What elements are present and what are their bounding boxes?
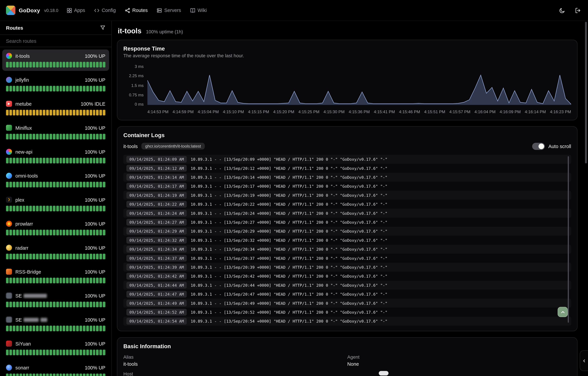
uptime-bar [79,62,82,67]
page-scrollbar[interactable] [585,22,587,163]
uptime-bar [73,350,75,355]
log-message: 10.89.3.1 - - [13/Sep/20:52 +0000] "HEAD… [191,310,387,314]
uptime-bar [49,158,52,163]
x-tick-label: 4:15:10 PM [223,109,244,115]
filter-icon[interactable] [100,25,105,30]
log-timestamp: 09/14/2025, 01:24:52 AM [127,309,187,315]
search-input[interactable] [6,38,105,44]
uptime-bar [53,326,55,331]
uptime-bar [66,206,69,211]
uptime-bar [76,302,79,307]
uptime-bar [103,86,105,91]
theme-toggle-button[interactable] [558,6,566,14]
route-item-se[interactable]: SE100% UP [2,289,109,311]
uptime-bar [76,278,79,283]
uptime-bar [86,302,89,307]
route-item-it-tools[interactable]: it-tools100% UP [2,50,109,71]
container-image-badge[interactable]: ghcr.io/corentinth/it-tools:latest [141,143,205,150]
route-item-siyuan[interactable]: SiYuan100% UP [2,337,109,359]
uptime-bar [13,62,15,67]
uptime-bar [26,326,29,331]
route-item-metube[interactable]: ▶metube100% IDLE [2,97,109,119]
uptime-bar [26,62,29,67]
logout-button[interactable] [574,6,582,14]
log-timestamp: 09/14/2025, 01:24:32 AM [127,237,187,244]
chart-x-labels: 4:14:53 PM4:14:59 PM4:15:04 PM4:15:10 PM… [147,109,571,115]
route-item-rss-bridge[interactable]: RSS-Bridge100% UP [2,265,109,287]
uptime-bar [36,350,39,355]
uptime-bar [26,374,29,376]
uptime-bar [93,62,96,67]
route-status: 100% UP [85,341,105,346]
route-item-radarr[interactable]: radarr100% UP [2,241,109,263]
nav-item-apps[interactable]: Apps [67,7,85,13]
it-tools-icon [6,53,12,59]
plex-icon: ❯ [6,197,12,203]
response-time-chart [147,64,571,106]
uptime-bar [29,302,32,307]
uptime-bar [36,158,39,163]
response-time-subtitle: The average response time of the route o… [123,53,571,58]
uptime-bar [63,62,65,67]
route-item-sonarr[interactable]: sonarr100% UP [2,361,109,376]
uptime-bar [63,110,65,115]
uptime-bar [69,230,72,235]
uptime-bar [66,62,69,67]
nav-item-config[interactable]: Config [94,7,116,13]
brand[interactable]: GoDoxy v0.18.0 [6,6,58,15]
uptime-bar [29,86,32,91]
uptime-bar [86,278,89,283]
route-item-miniflux[interactable]: Miniflux100% UP [2,121,109,143]
autoscroll-toggle[interactable] [532,143,545,150]
uptime-bar [29,62,32,67]
uptime-bar [36,278,39,283]
uptime-bar [43,134,45,139]
uptime-summary: 100% uptime (1h) [146,29,183,34]
drawer-handle[interactable] [580,350,588,371]
log-message: 10.89.3.1 - - [13/Sep/20:27 +0000] "HEAD… [191,220,387,225]
uptime-bar [43,158,45,163]
route-item-new-api[interactable]: new-api100% UP [2,145,109,167]
uptime-bar [16,302,19,307]
log-message: 10.89.3.1 - - [13/Sep/20:17 +0000] "HEAD… [191,184,387,188]
uptime-bar [43,374,45,376]
uptime-bar [33,158,35,163]
field-value: None [347,361,571,367]
uptime-bar [86,326,89,331]
uptime-bar [49,350,52,355]
log-rows: 09/14/2025, 01:24:09 AM10.89.3.1 - - [13… [123,155,571,326]
uptime-bar [96,350,99,355]
uptime-bar [96,206,99,211]
log-row: 09/14/2025, 01:24:52 AM10.89.3.1 - - [13… [123,308,571,316]
nav-item-servers[interactable]: Servers [157,7,181,13]
nav-item-routes[interactable]: Routes [125,7,148,13]
uptime-bar [49,62,52,67]
route-item-se[interactable]: SE100% UP [2,313,109,335]
chevron-up-icon [560,309,565,314]
uptime-bar [83,302,85,307]
uptime-bar [33,350,35,355]
log-row: 09/14/2025, 01:24:37 AM10.89.3.1 - - [13… [123,254,571,263]
uptime-bar [9,158,12,163]
log-area[interactable]: 09/14/2025, 01:24:09 AM10.89.3.1 - - [13… [123,155,571,326]
redacted-route-icon [6,292,12,299]
route-item-prowlarr[interactable]: prowlarr100% UP [2,217,109,239]
route-item-omni-tools[interactable]: omni-tools100% UP [2,169,109,191]
nav-item-wiki[interactable]: Wiki [190,7,207,13]
uptime-bar [86,254,89,259]
uptime-bar [79,326,82,331]
uptime-bar [46,182,49,187]
uptime-bar [9,110,12,115]
route-item-plex[interactable]: ❯plex100% UP [2,193,109,215]
route-status: 100% UP [85,53,105,59]
log-scrollbar[interactable] [568,156,569,323]
uptime-bar [79,230,82,235]
uptime-bar [46,62,49,67]
log-message: 10.89.3.1 - - [13/Sep/20:32 +0000] "HEAD… [191,238,387,243]
uptime-bar [43,230,45,235]
route-uptime-bars [6,206,105,211]
page-title: it-tools [118,27,141,35]
route-item-jellyfin[interactable]: jellyfin100% UP [2,73,109,95]
uptime-bar [23,350,25,355]
scroll-to-top-button[interactable] [558,307,568,317]
